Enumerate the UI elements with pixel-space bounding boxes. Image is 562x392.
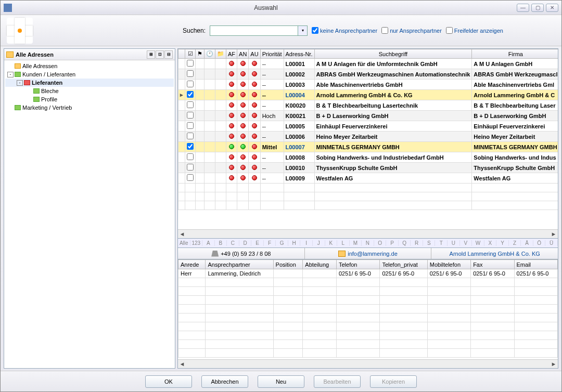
checkbox-freifelder[interactable]: Freifelder anzeigen (446, 27, 503, 34)
cancel-button[interactable]: Abbrechen (201, 375, 248, 388)
alpha-filter[interactable]: Q (399, 240, 411, 246)
row-checkbox[interactable] (187, 164, 194, 171)
alpha-filter[interactable]: G (276, 240, 288, 246)
copy-button[interactable]: Kopieren (370, 375, 417, 388)
table-row[interactable]: --K00020B & T Blechbearbeitung Lasertech… (178, 100, 558, 111)
contact-header[interactable]: Telefon (336, 260, 379, 269)
grid-header[interactable]: ⚑ (196, 49, 205, 59)
row-checkbox[interactable] (187, 101, 194, 108)
grid-header[interactable] (178, 49, 185, 59)
row-checkbox[interactable] (187, 133, 194, 139)
info-email[interactable]: info@lammering.de (305, 248, 432, 259)
address-table[interactable]: ☑⚑🕐📁AFANAUPrioritätAdress-Nr.Suchbegriff… (178, 49, 558, 210)
alpha-filter[interactable]: X (484, 240, 497, 246)
search-input[interactable] (210, 25, 298, 36)
contact-header[interactable]: Email (514, 260, 557, 269)
alpha-filter[interactable]: O (374, 240, 387, 246)
contact-header[interactable]: Position (273, 260, 303, 269)
grid-header[interactable]: 🕐 (205, 49, 215, 59)
table-row[interactable]: HochK00021B + D Laserworking GmbHB + D L… (178, 111, 558, 121)
table-row[interactable]: --L00003Able Maschinenvertriebs GmbHAble… (178, 80, 558, 90)
alpha-filter[interactable]: D (239, 240, 252, 246)
table-row[interactable]: --L00010ThyssenKrupp Schulte GmbHThyssen… (178, 163, 558, 173)
alpha-filter[interactable]: W (472, 240, 484, 246)
row-checkbox[interactable] (187, 143, 194, 150)
alpha-filter[interactable]: Ö (533, 240, 546, 246)
contact-header[interactable]: Telefon_privat (380, 260, 427, 269)
table-row[interactable]: --L00006Heino Meyer ZeitarbeitHeino Meye… (178, 132, 558, 142)
table-row[interactable]: MittelL00007MINMETALS GERMANY GMBHMINMET… (178, 142, 558, 152)
row-checkbox[interactable] (187, 81, 194, 87)
alpha-filter[interactable]: Y (496, 240, 509, 246)
tree-item[interactable]: Marketing / Vertrieb (5, 103, 174, 112)
table-row[interactable]: ▸--L00004Arnold Lammering GmbH & Co. KGA… (178, 90, 558, 100)
tree-item[interactable]: -Kunden / Lieferanten (5, 70, 174, 79)
alpha-filter[interactable]: K (325, 240, 338, 246)
ok-button[interactable]: OK (145, 375, 192, 388)
contact-header[interactable]: Mobiltelefon (427, 260, 470, 269)
alpha-filter[interactable]: T (435, 240, 448, 246)
alpha-filter-bar[interactable]: Alle123ABCDEFGHIJKLMNOPQRSTUVWXYZÄÖÜ (177, 239, 558, 248)
alpha-filter[interactable]: 123 (190, 240, 203, 246)
contact-header[interactable]: Anrede (178, 260, 206, 269)
alpha-filter[interactable]: A (202, 240, 215, 246)
alpha-filter[interactable]: Alle (178, 240, 190, 246)
checkbox-nur-ansprechpartner[interactable]: nur Ansprechpartner (381, 27, 442, 34)
tree-tool-3[interactable]: ⊟ (164, 50, 173, 59)
alpha-filter[interactable]: J (313, 240, 325, 246)
table-row[interactable]: --L00001A M U Anlagen für die Umformtech… (178, 59, 558, 69)
edit-button[interactable]: Bearbeiten (314, 375, 361, 388)
new-button[interactable]: Neu (258, 375, 304, 388)
close-button[interactable]: ✕ (546, 4, 558, 12)
row-checkbox[interactable] (187, 153, 194, 160)
row-checkbox[interactable] (187, 122, 194, 129)
tree-item[interactable]: Profile (5, 95, 174, 103)
grid-header[interactable]: Adress-Nr. (284, 49, 314, 59)
search-dropdown-button[interactable]: ▾ (298, 25, 308, 36)
checkbox-keine-ansprechpartner[interactable]: keine Ansprechpartner (312, 27, 377, 34)
contact-table[interactable]: AnredeAnsprechpartnerPositionAbteilungTe… (178, 259, 558, 358)
table-row[interactable]: --L00008Sobing Handwerks- und Industrieb… (178, 152, 558, 163)
tree-tool-1[interactable]: ⊞ (147, 50, 155, 59)
alpha-filter[interactable]: B (215, 240, 227, 246)
alpha-filter[interactable]: Ü (545, 240, 558, 246)
alpha-filter[interactable]: C (227, 240, 239, 246)
contact-row[interactable]: HerrLammering, Diedrich0251/ 6 95-00251/… (178, 269, 558, 278)
alpha-filter[interactable]: V (460, 240, 472, 246)
table-row[interactable]: --L00005Einhäupl FeuerverzinkereiEinhäup… (178, 121, 558, 132)
alpha-filter[interactable]: P (386, 240, 399, 246)
alpha-filter[interactable]: M (350, 240, 362, 246)
table-row[interactable]: --L00009Westfalen AGWestfalen AG (178, 173, 558, 184)
alpha-filter[interactable]: I (300, 240, 313, 246)
row-checkbox[interactable] (187, 60, 194, 67)
alpha-filter[interactable]: F (264, 240, 276, 246)
alpha-filter[interactable]: R (411, 240, 423, 246)
alpha-filter[interactable]: H (288, 240, 301, 246)
contact-header[interactable]: Abteilung (303, 260, 337, 269)
alpha-filter[interactable]: E (251, 240, 264, 246)
table-row[interactable]: --L00002ABRAS GmbH Werkzeugmaschinen Aut… (178, 69, 558, 80)
alpha-filter[interactable]: Ä (521, 240, 533, 246)
contact-header[interactable]: Fax (471, 260, 514, 269)
grid-header[interactable]: 📁 (215, 49, 226, 59)
tree-item[interactable]: -Lieferanten (5, 79, 174, 87)
alpha-filter[interactable]: N (362, 240, 374, 246)
maximize-button[interactable]: ▢ (531, 4, 544, 12)
tree-tool-2[interactable]: ⊡ (156, 50, 164, 59)
tree-item[interactable]: Bleche (5, 87, 174, 95)
grid-header[interactable]: AN (237, 49, 249, 59)
alpha-filter[interactable]: S (423, 240, 436, 246)
alpha-filter[interactable]: U (448, 240, 460, 246)
grid-header[interactable]: Priorität (260, 49, 284, 59)
grid-header[interactable]: AF (226, 49, 237, 59)
tree-toggle-icon[interactable]: - (17, 80, 23, 86)
grid-hscroll[interactable]: ◄► (178, 229, 558, 238)
tree-toggle-icon[interactable]: - (7, 72, 14, 77)
row-checkbox[interactable] (187, 112, 194, 119)
minimize-button[interactable]: — (517, 4, 529, 12)
grid-header[interactable]: ☑ (185, 49, 196, 59)
tree-item[interactable]: Alle Adressen (5, 62, 174, 70)
contact-header[interactable]: Ansprechpartner (206, 260, 273, 269)
row-checkbox[interactable] (187, 91, 194, 98)
row-checkbox[interactable] (187, 70, 194, 77)
